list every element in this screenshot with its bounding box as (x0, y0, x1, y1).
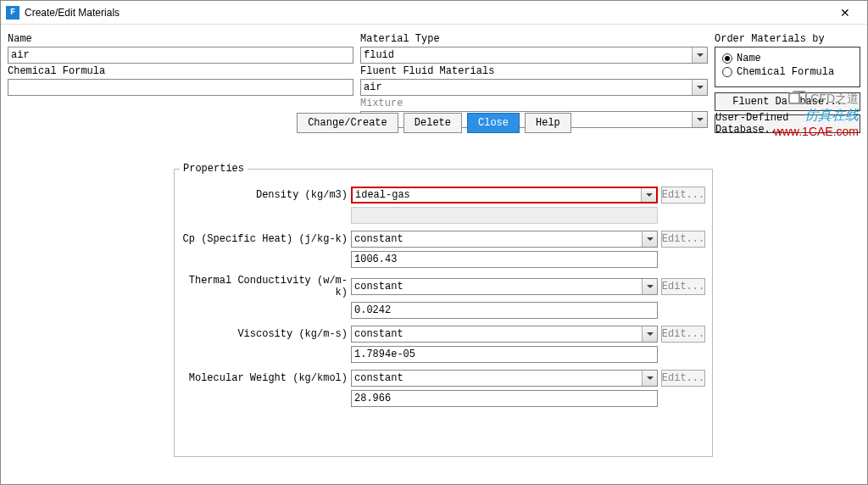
chevron-down-icon (692, 80, 707, 95)
viscosity-value-input[interactable]: 1.7894e-05 (351, 346, 658, 363)
viscosity-row: Viscosity (kg/m-s) constant Edit... (181, 326, 705, 343)
thermal-row: Thermal Conductivity (w/m-k) constant Ed… (181, 275, 705, 298)
density-label: Density (kg/m3) (181, 189, 351, 201)
density-method-combo[interactable]: ideal-gas (351, 187, 658, 203)
cp-label: Cp (Specific Heat) (j/kg-k) (181, 233, 351, 245)
density-edit-button[interactable]: Edit... (661, 187, 705, 203)
chevron-down-icon (642, 231, 657, 247)
viscosity-label: Viscosity (kg/m-s) (181, 328, 351, 340)
mw-edit-button[interactable]: Edit... (661, 370, 705, 387)
radio-icon (722, 53, 732, 64)
viscosity-value-row: 1.7894e-05 (181, 346, 705, 363)
density-value-input[interactable] (351, 207, 658, 224)
density-row: Density (kg/m3) ideal-gas Edit... (181, 187, 705, 203)
fluid-materials-label: Fluent Fluid Materials (360, 65, 708, 77)
watermark: CFD之道 仿真在线 www.1CAE.com (774, 89, 859, 138)
close-icon[interactable]: ✕ (828, 1, 862, 25)
cp-edit-button[interactable]: Edit... (661, 231, 705, 248)
bottom-buttons: Change/Create Delete Close Help (1, 113, 867, 133)
order-by-group: Name Chemical Formula (715, 47, 860, 87)
mw-value-input[interactable]: 28.966 (351, 390, 658, 407)
window-title: Create/Edit Materials (25, 7, 828, 19)
chevron-down-icon (642, 326, 657, 342)
radio-formula-row[interactable]: Chemical Formula (722, 66, 853, 78)
content-area: Name air Chemical Formula Material Type … (1, 25, 867, 143)
mw-label: Molecular Weight (kg/kmol) (181, 372, 351, 384)
chevron-down-icon (642, 279, 657, 294)
material-type-combo[interactable]: fluid (360, 47, 708, 64)
order-by-label: Order Materials by (715, 33, 860, 45)
formula-input[interactable] (8, 79, 353, 96)
cp-method-combo[interactable]: constant (351, 231, 658, 248)
chat-icon (792, 91, 807, 104)
mw-method-combo[interactable]: constant (351, 370, 658, 387)
cp-value-input[interactable]: 1006.43 (351, 251, 658, 268)
name-label: Name (8, 33, 353, 45)
mw-value-row: 28.966 (181, 390, 705, 407)
material-type-label: Material Type (360, 33, 708, 45)
watermark-line1: CFD之道 (774, 89, 859, 107)
name-input[interactable]: air (8, 47, 353, 64)
fluid-materials-combo[interactable]: air (360, 79, 708, 96)
watermark-line2: 仿真在线 (774, 107, 859, 125)
mixture-label: Mixture (360, 98, 708, 109)
thermal-value-input[interactable]: 0.0242 (351, 302, 658, 319)
cp-row: Cp (Specific Heat) (j/kg-k) constant Edi… (181, 231, 705, 248)
thermal-value-row: 0.0242 (181, 302, 705, 319)
cp-value-row: 1006.43 (181, 251, 705, 268)
properties-group: Properties Density (kg/m3) ideal-gas Edi… (174, 169, 713, 457)
dialog-window: F Create/Edit Materials ✕ Name air Chemi… (0, 0, 868, 485)
delete-button[interactable]: Delete (403, 113, 462, 133)
mw-row: Molecular Weight (kg/kmol) constant Edit… (181, 370, 705, 387)
viscosity-method-combo[interactable]: constant (351, 326, 658, 343)
viscosity-edit-button[interactable]: Edit... (661, 326, 705, 343)
change-create-button[interactable]: Change/Create (297, 113, 398, 133)
thermal-method-combo[interactable]: constant (351, 278, 658, 295)
app-icon: F (6, 6, 19, 20)
thermal-edit-button[interactable]: Edit... (661, 278, 705, 295)
radio-name-row[interactable]: Name (722, 53, 853, 64)
help-button[interactable]: Help (525, 113, 571, 133)
radio-formula-label: Chemical Formula (737, 66, 834, 78)
density-value-row (181, 207, 705, 224)
title-bar: F Create/Edit Materials ✕ (1, 1, 867, 25)
thermal-label: Thermal Conductivity (w/m-k) (181, 275, 351, 298)
close-button[interactable]: Close (467, 113, 520, 133)
properties-legend: Properties (180, 163, 248, 175)
chevron-down-icon (641, 188, 656, 202)
radio-name-label: Name (737, 53, 761, 64)
chevron-down-icon (692, 47, 707, 63)
watermark-line3: www.1CAE.com (774, 125, 859, 138)
formula-label: Chemical Formula (8, 65, 353, 77)
radio-icon (722, 67, 732, 77)
chevron-down-icon (642, 371, 657, 386)
